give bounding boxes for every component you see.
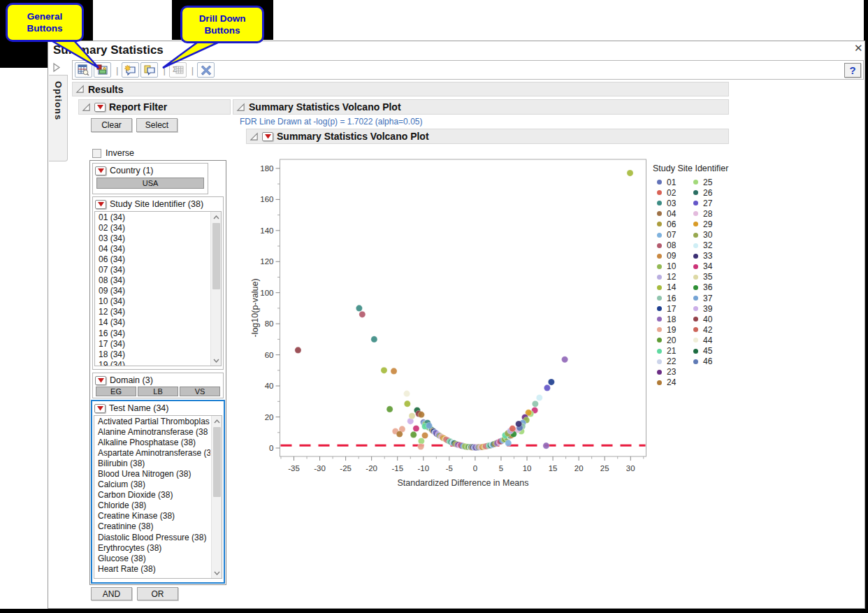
legend-item[interactable]: 23 xyxy=(657,367,693,377)
site-scrollbar[interactable] xyxy=(210,212,221,366)
test-scrollbar[interactable] xyxy=(211,416,222,578)
legend-item[interactable]: 40 xyxy=(693,314,730,324)
legend-item[interactable]: 37 xyxy=(693,293,730,303)
list-item[interactable]: Aspartate Aminotransferase (3 xyxy=(94,448,210,459)
disclosure-open-icon[interactable] xyxy=(249,132,259,141)
list-item[interactable]: 18 (34) xyxy=(95,349,210,360)
report-filter-header[interactable]: Report Filter xyxy=(78,99,231,115)
site-menu-button[interactable] xyxy=(95,200,106,209)
domain-value-eg[interactable]: EG xyxy=(96,387,136,396)
list-item[interactable]: Calcium (38) xyxy=(94,479,210,490)
legend-item[interactable]: 22 xyxy=(657,356,693,367)
list-item[interactable]: Creatine Kinase (38) xyxy=(94,511,210,521)
list-item[interactable]: Heart Rate (38) xyxy=(94,564,210,575)
annotation-button[interactable] xyxy=(122,62,139,78)
close-icon[interactable]: ✕ xyxy=(854,42,863,55)
legend-item[interactable]: 44 xyxy=(693,335,730,345)
legend-item[interactable]: 03 xyxy=(657,198,693,208)
legend-item[interactable]: 18 xyxy=(657,314,693,324)
list-item[interactable]: 07 (34) xyxy=(95,265,210,275)
select-button[interactable]: Select xyxy=(136,118,178,132)
legend-item[interactable]: 02 xyxy=(657,187,693,198)
legend-item[interactable]: 29 xyxy=(693,219,730,229)
results-header[interactable]: Results xyxy=(72,82,729,96)
report-filter-menu-button[interactable] xyxy=(94,103,106,112)
legend-item[interactable]: 42 xyxy=(693,324,730,335)
disclosure-open-icon[interactable] xyxy=(82,103,91,112)
country-value-usa[interactable]: USA xyxy=(96,178,204,189)
list-item[interactable]: Diastolic Blood Pressure (38) xyxy=(94,533,210,543)
list-item[interactable]: 06 (34) xyxy=(95,254,210,265)
list-item[interactable]: Creatinine (38) xyxy=(94,521,210,532)
list-item[interactable]: 19 (34) xyxy=(95,360,210,366)
legend-item[interactable]: 45 xyxy=(693,346,730,356)
clear-button[interactable]: Clear xyxy=(91,118,132,132)
legend-item[interactable]: 01 xyxy=(657,177,693,187)
volcano-plot[interactable]: -35-30-25-20-15-10-505101520253002040608… xyxy=(248,157,653,500)
list-item[interactable]: 09 (34) xyxy=(95,286,210,296)
list-item[interactable]: 01 (34) xyxy=(95,212,210,223)
legend-item[interactable]: 25 xyxy=(693,177,730,187)
legend-item[interactable]: 46 xyxy=(693,356,730,367)
list-item[interactable]: 12 (34) xyxy=(95,307,210,317)
list-item[interactable]: Bilirubin (38) xyxy=(94,459,210,469)
domain-value-lb[interactable]: LB xyxy=(138,387,178,396)
legend-item[interactable]: 08 xyxy=(657,240,693,251)
inverse-checkbox[interactable] xyxy=(92,149,101,158)
panel-expander-icon[interactable] xyxy=(52,62,61,73)
legend-item[interactable]: 32 xyxy=(693,240,730,251)
legend-item[interactable]: 04 xyxy=(657,208,693,219)
legend-item[interactable]: 33 xyxy=(693,251,730,261)
legend-item[interactable]: 26 xyxy=(693,187,730,198)
list-item[interactable]: Alkaline Phosphatase (38) xyxy=(94,438,210,448)
help-button[interactable]: ? xyxy=(844,63,861,78)
legend-item[interactable]: 36 xyxy=(693,282,730,293)
save-image-button[interactable] xyxy=(94,62,111,78)
legend-item[interactable]: 17 xyxy=(657,303,693,314)
scroll-down-icon[interactable] xyxy=(213,359,219,363)
list-item[interactable]: 08 (34) xyxy=(95,275,210,286)
drill-down-table-button[interactable]: Σ xyxy=(169,62,187,78)
options-tab[interactable]: Options xyxy=(49,75,68,161)
list-item[interactable]: Blood Urea Nitrogen (38) xyxy=(94,469,210,479)
test-scroll-thumb[interactable] xyxy=(213,427,221,497)
list-item[interactable]: 14 (34) xyxy=(95,317,210,328)
scroll-up-icon[interactable] xyxy=(214,419,220,424)
list-item[interactable]: 02 (34) xyxy=(95,223,210,233)
list-item[interactable]: Carbon Dioxide (38) xyxy=(94,490,210,500)
list-item[interactable]: Glucose (38) xyxy=(94,554,210,564)
legend-item[interactable]: 12 xyxy=(657,272,693,282)
domain-menu-button[interactable] xyxy=(95,376,106,385)
domain-value-vs[interactable]: VS xyxy=(180,387,220,396)
list-item[interactable]: 10 (34) xyxy=(95,296,210,307)
list-item[interactable]: Chloride (38) xyxy=(94,500,210,511)
list-item[interactable]: 17 (34) xyxy=(95,339,210,349)
legend-item[interactable]: 19 xyxy=(657,324,693,335)
legend-item[interactable]: 24 xyxy=(657,377,693,388)
legend-item[interactable]: 07 xyxy=(657,229,693,240)
legend-item[interactable]: 28 xyxy=(693,208,730,219)
or-button[interactable]: OR xyxy=(137,587,178,600)
data-table-view-button[interactable] xyxy=(75,62,92,78)
list-item[interactable]: 04 (34) xyxy=(95,244,210,254)
volcano-inner-header[interactable]: Summary Statistics Volcano Plot xyxy=(246,129,729,144)
volcano-menu-button[interactable] xyxy=(262,132,273,141)
legend-item[interactable]: 27 xyxy=(693,198,730,208)
copy-annotation-button[interactable] xyxy=(140,62,158,78)
country-menu-button[interactable] xyxy=(95,166,106,175)
legend-item[interactable]: 39 xyxy=(693,303,730,314)
legend-item[interactable]: 30 xyxy=(693,229,730,240)
test-menu-button[interactable] xyxy=(94,404,106,413)
legend-item[interactable]: 21 xyxy=(657,346,693,356)
legend-item[interactable]: 20 xyxy=(657,335,693,345)
list-item[interactable]: Alanine Aminotransferase (38 xyxy=(94,427,210,438)
legend-item[interactable]: 16 xyxy=(657,293,693,303)
legend-item[interactable]: 14 xyxy=(657,282,693,293)
legend-item[interactable]: 34 xyxy=(693,261,730,272)
delete-button[interactable] xyxy=(197,62,215,78)
scroll-down-icon[interactable] xyxy=(214,571,220,575)
legend-item[interactable]: 09 xyxy=(657,251,693,261)
volcano-outer-header[interactable]: Summary Statistics Volcano Plot xyxy=(233,99,729,115)
scroll-up-icon[interactable] xyxy=(213,215,219,219)
list-item[interactable]: Activated Partial Thromboplas xyxy=(94,417,210,427)
